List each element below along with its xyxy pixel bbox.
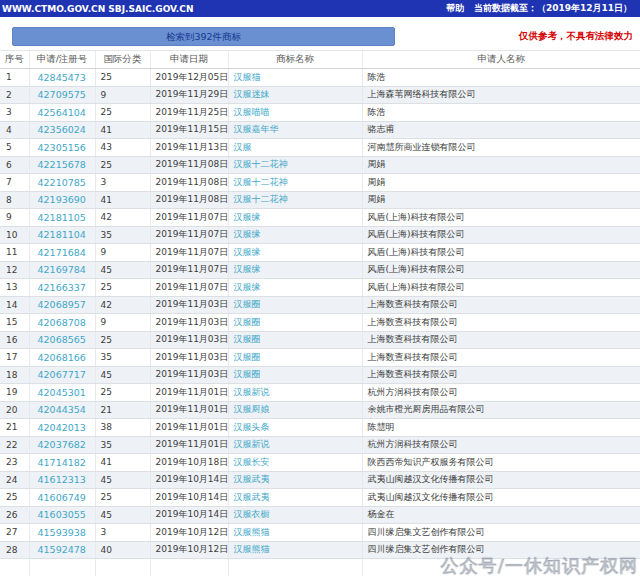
cell-intl-class: 40 [95, 541, 150, 559]
cell-seq: 27 [0, 524, 29, 542]
cell-reg-number[interactable]: 42181105 [29, 209, 95, 227]
cell-seq: 15 [0, 314, 29, 332]
cell-applicant-name: 上海数查科技有限公司 [362, 296, 640, 314]
cell-trademark-name[interactable]: 汉服喵喵 [228, 104, 362, 122]
cell-apply-date: 2019年11月15日 [150, 121, 228, 139]
cell-trademark-name[interactable]: 汉服十二花神 [228, 156, 362, 174]
table-row: 442356024412019年11月15日汉服嘉年华骆志甫 [0, 121, 640, 139]
cell-seq: 13 [0, 279, 29, 297]
cell-reg-number[interactable]: 42845473 [29, 69, 95, 87]
cell-trademark-name[interactable]: 汉服嘉年华 [228, 121, 362, 139]
cell-applicant-name: 上海数查科技有限公司 [362, 331, 640, 349]
cell-reg-number[interactable]: 42166337 [29, 279, 95, 297]
cell-intl-class: 25 [95, 104, 150, 122]
cell-trademark-name[interactable]: 汉服迷妹 [228, 86, 362, 104]
cell-reg-number[interactable]: 42193690 [29, 191, 95, 209]
cell-reg-number[interactable]: 42068166 [29, 349, 95, 367]
cell-applicant-name [362, 559, 640, 577]
cell-reg-number[interactable]: 42037682 [29, 436, 95, 454]
cell-trademark-name[interactable]: 汉服十二花神 [228, 174, 362, 192]
cell-reg-number[interactable]: 42181104 [29, 226, 95, 244]
table-row: 1842067717452019年11月03日汉服圈上海数查科技有限公司 [0, 366, 640, 384]
cell-reg-number[interactable]: 42564104 [29, 104, 95, 122]
cell-trademark-name[interactable]: 汉服圈 [228, 296, 362, 314]
cell-trademark-name[interactable]: 汉服新说 [228, 436, 362, 454]
cell-reg-number[interactable]: 42068957 [29, 296, 95, 314]
cell-reg-number[interactable]: 42356024 [29, 121, 95, 139]
result-count-button[interactable]: 检索到392件商标 [12, 27, 395, 46]
cell-applicant-name: 武夷山闽越汉文化传播有限公司 [362, 471, 640, 489]
cell-trademark-name[interactable]: 汉服圈 [228, 331, 362, 349]
cell-trademark-name[interactable]: 汉服缘 [228, 261, 362, 279]
cell-trademark-name[interactable]: 汉服长安 [228, 454, 362, 472]
cell-trademark-name[interactable]: 汉服缘 [228, 226, 362, 244]
cell-reg-number[interactable]: 42068708 [29, 314, 95, 332]
cell-intl-class: 25 [95, 69, 150, 87]
cell-reg-number[interactable]: 42305156 [29, 139, 95, 157]
cell-reg-number[interactable]: 42067717 [29, 366, 95, 384]
cell-apply-date: 2019年11月13日 [150, 139, 228, 157]
cell-reg-number[interactable]: 42171684 [29, 244, 95, 262]
cell-trademark-name[interactable]: 汉服缘 [228, 209, 362, 227]
cell-reg-number[interactable]: 41606749 [29, 489, 95, 507]
cell-trademark-name[interactable]: 汉服猫 [228, 69, 362, 87]
cell-apply-date: 2019年11月25日 [150, 104, 228, 122]
cell-intl-class: 9 [95, 314, 150, 332]
table-row: 154206870892019年11月03日汉服圈上海数查科技有限公司 [0, 314, 640, 332]
cell-trademark-name[interactable]: 汉服武夷 [228, 489, 362, 507]
results-tbody: 142845473252019年12月05日汉服猫陈浩2427095759201… [0, 69, 640, 577]
cell-intl-class: 25 [95, 489, 150, 507]
cell-trademark-name[interactable]: 汉服头条 [228, 419, 362, 437]
table-row: 1042181104352019年11月07日汉服缘风盾(上海)科技有限公司 [0, 226, 640, 244]
table-row: 2142042013382019年11月01日汉服头条陈慧明 [0, 419, 640, 437]
cell-seq: 22 [0, 436, 29, 454]
cell-applicant-name: 四川缘启集文艺创作有限公司 [362, 524, 640, 542]
cell-reg-number[interactable]: 41714182 [29, 454, 95, 472]
cell-reg-number[interactable]: 41612313 [29, 471, 95, 489]
cell-reg-number[interactable]: 42210785 [29, 174, 95, 192]
cell-seq: 24 [0, 471, 29, 489]
cell-intl-class: 45 [95, 366, 150, 384]
cell-apply-date: 2019年10月14日 [150, 489, 228, 507]
cell-reg-number[interactable]: 42045301 [29, 384, 95, 402]
cell-reg-number[interactable]: 41592478 [29, 541, 95, 559]
cell-trademark-name[interactable]: 汉服熊猫 [228, 524, 362, 542]
cell-reg-number[interactable]: 42044354 [29, 401, 95, 419]
cell-trademark-name[interactable]: 汉服武夷 [228, 471, 362, 489]
cell-applicant-name: 上海数查科技有限公司 [362, 366, 640, 384]
cell-applicant-name: 陕西西帝知识产权服务有限公司 [362, 454, 640, 472]
help-link[interactable]: 帮助 [446, 2, 464, 15]
cell-applicant-name: 余姚市橙光厨房用品有限公司 [362, 401, 640, 419]
cell-intl-class: 45 [95, 506, 150, 524]
cell-reg-number[interactable]: 42215678 [29, 156, 95, 174]
cell-apply-date: 2019年11月03日 [150, 349, 228, 367]
cell-reg-number[interactable]: 42709575 [29, 86, 95, 104]
cell-seq: 12 [0, 261, 29, 279]
cell-trademark-name[interactable]: 汉服衣橱 [228, 506, 362, 524]
cell-reg-number[interactable]: 42068565 [29, 331, 95, 349]
cell-trademark-name[interactable]: 汉服缘 [228, 244, 362, 262]
notice-strip: 检索到392件商标 仅供参考，不具有法律效力 [0, 17, 640, 50]
cell-seq: 9 [0, 209, 29, 227]
cell-trademark-name[interactable]: 汉服圈 [228, 349, 362, 367]
cell-trademark-name[interactable]: 汉服十二花神 [228, 191, 362, 209]
cell-reg-number[interactable]: 42169784 [29, 261, 95, 279]
cell-apply-date: 2019年11月01日 [150, 401, 228, 419]
cell-trademark-name[interactable]: 汉服厨娘 [228, 401, 362, 419]
table-row: 2441612313452019年10月14日汉服武夷武夷山闽越汉文化传播有限公… [0, 471, 640, 489]
cell-intl-class: 43 [95, 139, 150, 157]
cell-reg-number[interactable]: 41603055 [29, 506, 95, 524]
results-table-head: 序号申请/注册号国际分类申请日期商标名称申请人名称 [0, 51, 640, 69]
cell-trademark-name[interactable]: 汉服缘 [228, 279, 362, 297]
cell-reg-number[interactable]: 41593938 [29, 524, 95, 542]
cell-reg-number[interactable]: 42042013 [29, 419, 95, 437]
cell-trademark-name[interactable]: 汉服新说 [228, 384, 362, 402]
cell-trademark-name[interactable]: 汉服圈 [228, 366, 362, 384]
cell-intl-class: 38 [95, 419, 150, 437]
cell-trademark-name[interactable]: 汉服 [228, 139, 362, 157]
cell-trademark-name[interactable]: 汉服熊猫 [228, 541, 362, 559]
cell-intl-class: 3 [95, 174, 150, 192]
cell-trademark-name[interactable]: 汉服圈 [228, 314, 362, 332]
table-row: 2641603055452019年10月14日汉服衣橱杨金在 [0, 506, 640, 524]
top-address-bar: WWW.CTMO.GOV.CN SBJ.SAIC.GOV.CN 帮助 当前数据截… [0, 0, 640, 17]
